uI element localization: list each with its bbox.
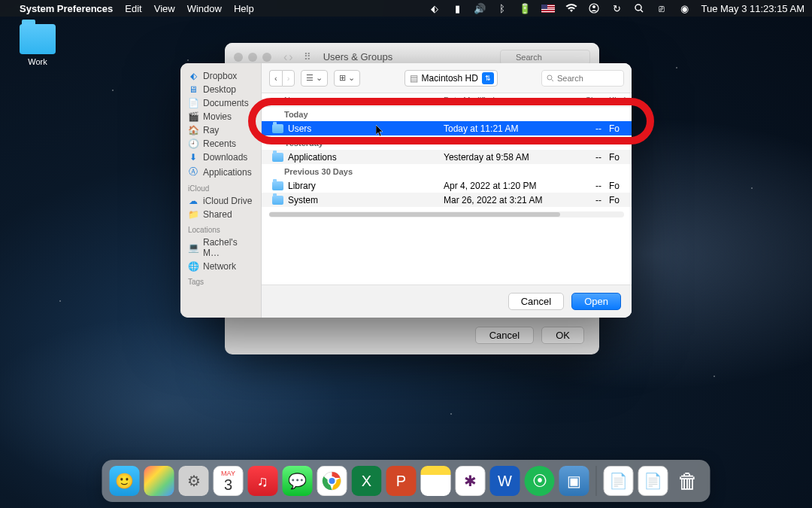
menu-view[interactable]: View: [154, 3, 175, 14]
dock-separator: [596, 466, 597, 496]
nav-forward-button[interactable]: ›: [282, 70, 295, 87]
file-date: Today at 11:21 AM: [444, 123, 568, 134]
dock-music-icon[interactable]: ♫: [248, 466, 278, 496]
back-button[interactable]: ‹: [283, 50, 287, 64]
view-list-button[interactable]: ☰ ⌄: [301, 70, 328, 87]
horizontal-scrollbar[interactable]: [269, 211, 624, 217]
downloads-icon: ⬇: [188, 152, 198, 163]
dock-screenshot-icon[interactable]: ▣: [559, 466, 589, 496]
movies-icon: 🎬: [188, 111, 198, 122]
sidebar-item-movies[interactable]: 🎬Movies: [180, 110, 261, 123]
open-panel-search-input[interactable]: [541, 70, 624, 87]
file-size: --: [568, 123, 609, 134]
file-date: Yesterday at 9:58 AM: [444, 152, 568, 163]
sidebar-item-label: Applications: [203, 167, 252, 178]
syspref-search-input[interactable]: [500, 50, 590, 65]
siri-icon[interactable]: ◉: [678, 2, 690, 14]
dock-recent-file-2[interactable]: 📄: [638, 466, 668, 496]
sidebar-item-rachel-s-m-[interactable]: 💻Rachel's M…: [180, 236, 261, 260]
sidebar-item-dropbox[interactable]: ⬖Dropbox: [180, 69, 261, 83]
volume-icon[interactable]: 🔊: [474, 2, 486, 14]
file-date: Apr 4, 2022 at 1:20 PM: [444, 181, 568, 191]
dock-trash-icon[interactable]: 🗑: [673, 466, 703, 496]
column-date[interactable]: Date Modified: [444, 96, 568, 105]
dock-launchpad-icon[interactable]: [144, 466, 174, 496]
nav-back-button[interactable]: ‹: [269, 70, 282, 87]
sidebar-item-icloud-drive[interactable]: ☁iCloud Drive: [180, 194, 261, 208]
syspref-cancel-button[interactable]: Cancel: [475, 327, 534, 344]
open-panel-open-button[interactable]: Open: [571, 293, 621, 310]
dock-settings-icon[interactable]: ⚙: [179, 466, 209, 496]
scroll-thumb[interactable]: [269, 212, 560, 217]
sidebar-item-shared[interactable]: 📁Shared: [180, 208, 261, 221]
file-row-applications[interactable]: ApplicationsYesterday at 9:58 AM--Fo: [262, 150, 632, 164]
app-menu[interactable]: System Preferences: [20, 3, 113, 14]
dock-powerpoint-icon[interactable]: P: [386, 466, 417, 496]
traffic-close[interactable]: [234, 53, 243, 62]
sidebar-item-documents[interactable]: 📄Documents: [180, 96, 261, 110]
dock-excel-icon[interactable]: X: [352, 466, 382, 496]
location-popup[interactable]: ▤ Macintosh HD ⇅: [404, 70, 498, 87]
location-label: Macintosh HD: [422, 73, 478, 84]
dock-recent-file-1[interactable]: 📄: [604, 466, 634, 496]
dock-chrome-icon[interactable]: [317, 466, 347, 496]
grid-icon[interactable]: ⠿: [304, 51, 311, 62]
battery-menu-icon[interactable]: ▮: [451, 2, 463, 14]
file-list[interactable]: Name⌃ Date Modified Size Kind TodayUsers…: [262, 93, 632, 284]
sidebar-item-label: Movies: [203, 111, 232, 122]
file-kind: Fo: [609, 123, 632, 134]
input-source-flag-icon[interactable]: [541, 5, 555, 13]
column-name[interactable]: Name⌃: [284, 96, 444, 105]
disk-icon: ▤: [410, 73, 418, 84]
wifi-icon[interactable]: [565, 2, 577, 14]
dock-calendar-icon[interactable]: MAY3: [214, 466, 244, 496]
battery-icon[interactable]: 🔋: [519, 2, 531, 14]
open-panel-cancel-button[interactable]: Cancel: [508, 293, 564, 310]
file-name: Library: [288, 181, 444, 191]
dock-slack-icon[interactable]: ✱: [456, 466, 486, 496]
folder-icon: [272, 181, 283, 190]
dock-notes-icon[interactable]: [421, 466, 451, 496]
sidebar-item-desktop[interactable]: 🖥Desktop: [180, 83, 261, 96]
menubar-clock[interactable]: Tue May 3 11:23:15 AM: [701, 3, 804, 14]
file-row-users[interactable]: UsersToday at 11:21 AM--Fo: [262, 121, 632, 135]
view-group-button[interactable]: ⊞ ⌄: [334, 70, 360, 87]
menu-window[interactable]: Window: [187, 3, 222, 14]
traffic-minimize[interactable]: [248, 53, 257, 62]
sidebar-item-applications[interactable]: ⒶApplications: [180, 164, 261, 180]
icloud-icon: ☁: [188, 196, 198, 206]
open-panel-sidebar: ⬖Dropbox🖥Desktop📄Documents🎬Movies🏠Ray🕘Re…: [180, 63, 262, 318]
dock-word-icon[interactable]: W: [490, 466, 520, 496]
dock-finder-icon[interactable]: 🙂: [110, 466, 140, 496]
user-icon[interactable]: [588, 2, 600, 14]
syspref-ok-button[interactable]: OK: [541, 327, 584, 344]
column-headers[interactable]: Name⌃ Date Modified Size Kind: [262, 93, 632, 107]
bluetooth-icon[interactable]: ᛒ: [496, 2, 508, 14]
sidebar-item-label: Network: [203, 261, 236, 272]
file-size: --: [568, 152, 609, 163]
sidebar-item-label: Documents: [203, 98, 249, 108]
control-center-icon[interactable]: ⎚: [656, 2, 668, 14]
forward-button[interactable]: ›: [289, 50, 292, 64]
sidebar-item-label: Ray: [203, 125, 219, 135]
spotlight-icon[interactable]: [633, 2, 645, 14]
dock-spotify-icon[interactable]: ⦿: [525, 466, 555, 496]
dropbox-menu-icon[interactable]: ⬖: [429, 2, 441, 14]
menu-help[interactable]: Help: [234, 3, 254, 14]
column-kind[interactable]: Kind: [609, 96, 632, 105]
column-size[interactable]: Size: [568, 96, 609, 105]
sidebar-item-ray[interactable]: 🏠Ray: [180, 123, 261, 137]
traffic-zoom[interactable]: [262, 53, 271, 62]
dropbox-icon: ⬖: [188, 71, 198, 81]
folder-icon: [272, 124, 283, 133]
sidebar-item-network[interactable]: 🌐Network: [180, 260, 261, 273]
timemachine-icon[interactable]: ↻: [611, 2, 623, 14]
laptop-icon: 💻: [188, 242, 198, 253]
menu-edit[interactable]: Edit: [125, 3, 141, 14]
file-row-library[interactable]: LibraryApr 4, 2022 at 1:20 PM--Fo: [262, 178, 632, 193]
dock-messages-icon[interactable]: 💬: [283, 466, 313, 496]
file-row-system[interactable]: SystemMar 26, 2022 at 3:21 AM--Fo: [262, 193, 632, 207]
sidebar-item-recents[interactable]: 🕘Recents: [180, 137, 261, 151]
desktop-folder-work[interactable]: Work: [15, 24, 60, 66]
sidebar-item-downloads[interactable]: ⬇Downloads: [180, 151, 261, 164]
